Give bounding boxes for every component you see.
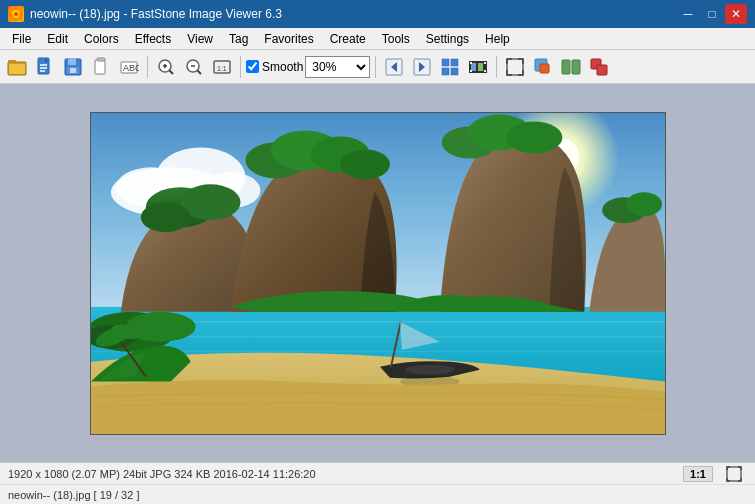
svg-line-24 — [198, 70, 202, 74]
title-buttons: ─ □ ✕ — [677, 4, 747, 24]
clipboard-button[interactable] — [88, 54, 114, 80]
toolbar-separator-4 — [496, 56, 497, 78]
status-info: 1920 x 1080 (2.07 MP) 24bit JPG 324 KB 2… — [8, 468, 316, 480]
status-right: 1:1 — [683, 461, 747, 487]
main-area — [0, 84, 755, 462]
menu-colors[interactable]: Colors — [76, 28, 127, 50]
toolbar: ABC 1:1 Smooth 10% 20% 2 — [0, 50, 755, 84]
menu-help[interactable]: Help — [477, 28, 518, 50]
maximize-button[interactable]: □ — [701, 4, 723, 24]
title-left: neowin-- (18).jpg - FastStone Image View… — [8, 6, 282, 22]
svg-rect-46 — [572, 60, 580, 74]
thumbnail-view-button[interactable] — [437, 54, 463, 80]
fullscreen-button[interactable] — [502, 54, 528, 80]
menu-settings[interactable]: Settings — [418, 28, 477, 50]
svg-rect-82 — [727, 467, 741, 481]
resize-button[interactable] — [586, 54, 612, 80]
minimize-button[interactable]: ─ — [677, 4, 699, 24]
toolbar-separator-1 — [147, 56, 148, 78]
zoom-out-button[interactable] — [181, 54, 207, 80]
svg-rect-36 — [471, 63, 476, 71]
svg-rect-11 — [68, 59, 76, 65]
app-icon — [8, 6, 24, 22]
svg-point-73 — [626, 192, 662, 216]
title-text: neowin-- (18).jpg - FastStone Image View… — [30, 7, 282, 21]
svg-rect-32 — [451, 59, 458, 66]
svg-rect-42 — [507, 59, 523, 75]
svg-point-71 — [506, 121, 562, 153]
svg-point-64 — [140, 202, 190, 232]
svg-rect-4 — [8, 60, 16, 63]
menu-bar: File Edit Colors Effects View Tag Favori… — [0, 28, 755, 50]
zoom-ratio-badge: 1:1 — [683, 466, 713, 482]
scene-image — [91, 113, 665, 434]
title-bar: neowin-- (18).jpg - FastStone Image View… — [0, 0, 755, 28]
svg-rect-39 — [484, 62, 486, 64]
svg-rect-15 — [97, 58, 105, 61]
fit-window-button[interactable]: 1:1 — [209, 54, 235, 80]
svg-rect-13 — [70, 68, 76, 73]
smooth-checkbox-label[interactable]: Smooth — [246, 60, 303, 74]
svg-point-2 — [14, 12, 18, 16]
filmstrip-button[interactable] — [465, 54, 491, 80]
svg-rect-40 — [470, 70, 472, 72]
svg-rect-48 — [597, 65, 607, 75]
svg-rect-38 — [470, 62, 472, 64]
zoom-select[interactable]: 10% 20% 25% 30% 50% 75% 100% 200% — [305, 56, 370, 78]
smooth-label: Smooth — [262, 60, 303, 74]
status-fit-button[interactable] — [721, 461, 747, 487]
menu-view[interactable]: View — [179, 28, 221, 50]
zoom-in-button[interactable] — [153, 54, 179, 80]
svg-text:1:1: 1:1 — [217, 65, 227, 72]
svg-rect-45 — [562, 60, 570, 74]
svg-rect-37 — [478, 63, 483, 71]
prev-image-button[interactable] — [381, 54, 407, 80]
open-file-button[interactable] — [32, 54, 58, 80]
menu-file[interactable]: File — [4, 28, 39, 50]
smooth-checkbox[interactable] — [246, 60, 259, 73]
svg-point-68 — [340, 149, 390, 179]
svg-line-21 — [170, 70, 174, 74]
filename-text: neowin-- (18).jpg [ 19 / 32 ] — [8, 489, 139, 501]
menu-tools[interactable]: Tools — [374, 28, 418, 50]
menu-favorites[interactable]: Favorites — [256, 28, 321, 50]
rename-button[interactable]: ABC — [116, 54, 142, 80]
menu-edit[interactable]: Edit — [39, 28, 76, 50]
menu-effects[interactable]: Effects — [127, 28, 179, 50]
toolbar-separator-3 — [375, 56, 376, 78]
svg-rect-34 — [451, 68, 458, 75]
slideshow-button[interactable] — [530, 54, 556, 80]
save-button[interactable] — [60, 54, 86, 80]
image-display[interactable] — [90, 112, 666, 435]
svg-rect-44 — [540, 64, 549, 73]
compare-button[interactable] — [558, 54, 584, 80]
next-image-button[interactable] — [409, 54, 435, 80]
svg-rect-14 — [95, 60, 105, 74]
close-button[interactable]: ✕ — [725, 4, 747, 24]
menu-create[interactable]: Create — [322, 28, 374, 50]
svg-rect-33 — [442, 68, 449, 75]
open-folder-button[interactable] — [4, 54, 30, 80]
svg-point-77 — [404, 364, 454, 374]
menu-tag[interactable]: Tag — [221, 28, 256, 50]
status-bar: 1920 x 1080 (2.07 MP) 24bit JPG 324 KB 2… — [0, 462, 755, 484]
filename-bar: neowin-- (18).jpg [ 19 / 32 ] — [0, 484, 755, 504]
svg-text:ABC: ABC — [123, 63, 139, 73]
svg-rect-31 — [442, 59, 449, 66]
toolbar-separator-2 — [240, 56, 241, 78]
svg-rect-5 — [9, 64, 25, 74]
svg-rect-41 — [484, 70, 486, 72]
